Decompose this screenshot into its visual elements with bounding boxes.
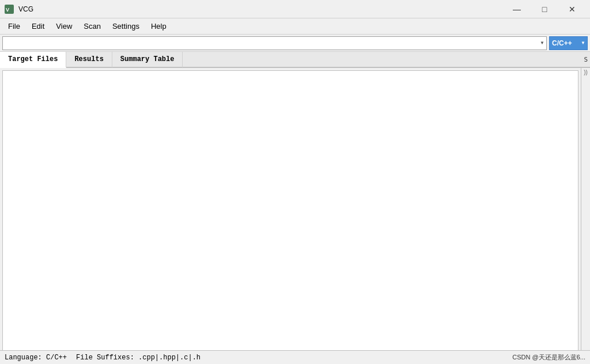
menu-help[interactable]: Help xyxy=(145,20,172,33)
minimize-button[interactable]: — xyxy=(504,1,530,18)
vcg-app-icon: V xyxy=(5,5,14,14)
svg-text:V: V xyxy=(6,7,9,13)
right-scrollbar[interactable]: )) xyxy=(581,68,590,364)
title-bar-left: V VCG xyxy=(5,5,33,14)
app-window: V VCG — □ ✕ File Edit View Scan Settings… xyxy=(0,0,590,364)
menu-scan[interactable]: Scan xyxy=(78,20,107,33)
side-indicator-top: S xyxy=(584,56,590,63)
menu-file[interactable]: File xyxy=(2,20,26,33)
title-bar: V VCG — □ ✕ xyxy=(0,0,590,18)
tab-results[interactable]: Results xyxy=(66,51,112,67)
status-language: Language: C/C++ xyxy=(5,354,67,362)
status-left: Language: C/C++ File Suffixes: .cpp|.hpp… xyxy=(5,354,201,362)
window-controls: — □ ✕ xyxy=(504,1,585,18)
status-watermark: CSDN @天还是那么蓝6... xyxy=(512,353,585,362)
tab-summary-table[interactable]: Summary Table xyxy=(112,51,183,67)
scroll-indicator: )) xyxy=(581,68,590,75)
menu-view[interactable]: View xyxy=(50,20,78,33)
language-dropdown-wrapper: C/C++ Java Python C# xyxy=(549,36,588,50)
menu-settings[interactable]: Settings xyxy=(107,20,145,33)
main-path-dropdown-wrapper xyxy=(2,36,547,50)
language-dropdown[interactable]: C/C++ Java Python C# xyxy=(549,36,588,50)
menu-edit[interactable]: Edit xyxy=(26,20,50,33)
status-file-suffixes: File Suffixes: .cpp|.hpp|.c|.h xyxy=(76,354,201,362)
close-button[interactable]: ✕ xyxy=(559,1,585,18)
maximize-button[interactable]: □ xyxy=(531,1,558,18)
menu-bar: File Edit View Scan Settings Help xyxy=(0,18,590,35)
main-path-dropdown[interactable] xyxy=(2,36,547,50)
main-panel xyxy=(2,70,578,362)
tabs-bar: Target Files Results Summary Table S xyxy=(0,52,590,68)
content-area: )) xyxy=(0,68,590,364)
status-bar: Language: C/C++ File Suffixes: .cpp|.hpp… xyxy=(0,350,590,364)
tab-target-files[interactable]: Target Files xyxy=(0,52,66,68)
app-title: VCG xyxy=(18,5,33,13)
toolbar: C/C++ Java Python C# xyxy=(0,35,590,52)
